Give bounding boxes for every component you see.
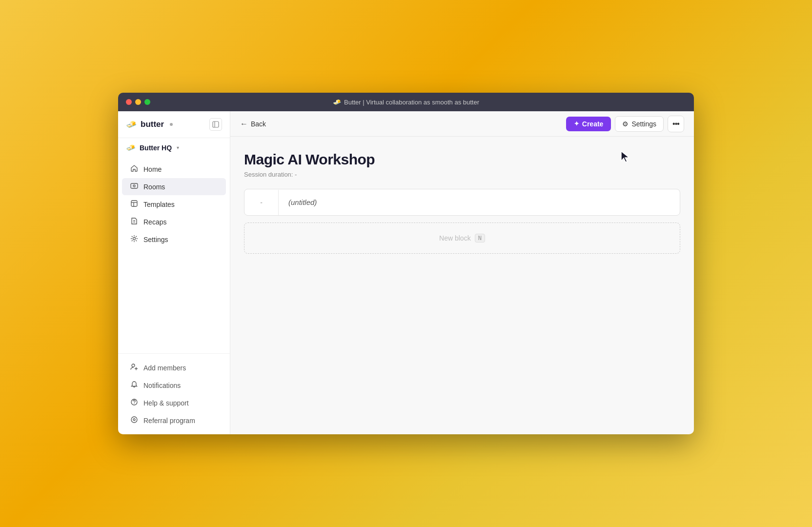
app-body: 🧈 butter 🧈 Butter HQ ▾ [118, 111, 694, 434]
svg-point-10 [132, 364, 135, 367]
agenda-item-title[interactable]: (untitled) [279, 189, 326, 215]
svg-point-16 [133, 419, 135, 421]
title-bar: 🧈 Butter | Virtual collaboration as smoo… [118, 93, 694, 111]
sidebar-item-templates[interactable]: Templates [122, 196, 226, 213]
more-dots-icon: ••• [672, 120, 679, 128]
svg-point-9 [133, 238, 136, 240]
session-title: Magic AI Workshop [244, 151, 680, 168]
close-button[interactable] [126, 99, 132, 105]
workspace-selector[interactable]: 🧈 Butter HQ ▾ [118, 138, 230, 157]
duration-label: Session duration: [244, 171, 293, 178]
create-icon: ✦ [574, 120, 579, 127]
svg-rect-2 [131, 183, 138, 188]
back-label: Back [251, 120, 266, 128]
duration-value: - [295, 171, 297, 178]
referral-label: Referral program [143, 417, 195, 425]
logo-text: butter [141, 120, 164, 129]
favicon-icon: 🧈 [333, 98, 341, 106]
more-options-button[interactable]: ••• [668, 116, 684, 132]
help-label: Help & support [143, 399, 189, 407]
sidebar-bottom: Add members Notifications [118, 353, 230, 434]
workspace-icon: 🧈 [126, 143, 136, 152]
content-area: Magic AI Workshop Session duration: - - … [230, 137, 694, 434]
main-content: ← Back ✦ Create ⚙ Settings ••• [230, 111, 694, 434]
collapse-button[interactable] [209, 118, 222, 131]
sidebar-item-referral[interactable]: Referral program [122, 412, 226, 429]
new-block-button[interactable]: New block N [244, 223, 680, 254]
new-block-label: New block [439, 234, 471, 242]
back-button[interactable]: ← Back [240, 120, 266, 128]
sidebar-item-notifications[interactable]: Notifications [122, 377, 226, 394]
rooms-icon [130, 182, 139, 191]
add-members-icon [130, 363, 139, 372]
maximize-button[interactable] [144, 99, 150, 105]
top-bar: ← Back ✦ Create ⚙ Settings ••• [230, 111, 694, 137]
sidebar-item-rooms[interactable]: Rooms [122, 178, 226, 195]
settings-nav-icon [130, 235, 139, 244]
sidebar-settings-label: Settings [143, 236, 168, 243]
referral-icon [130, 416, 139, 425]
templates-icon [130, 200, 139, 209]
sidebar-item-add-members[interactable]: Add members [122, 359, 226, 376]
window-title: 🧈 Butter | Virtual collaboration as smoo… [333, 98, 479, 106]
svg-point-3 [133, 185, 135, 187]
notifications-label: Notifications [143, 382, 181, 389]
sidebar-recaps-label: Recaps [143, 218, 166, 226]
notifications-icon [130, 381, 139, 390]
sidebar-item-recaps[interactable]: Recaps [122, 213, 226, 230]
sidebar-item-settings[interactable]: Settings [122, 231, 226, 248]
svg-point-14 [134, 403, 134, 404]
agenda-duration: - [244, 190, 279, 215]
agenda-block: - (untitled) [244, 189, 680, 216]
home-icon [130, 164, 139, 174]
minimize-button[interactable] [135, 99, 141, 105]
logo-icon: 🧈 [126, 119, 137, 130]
traffic-lights [126, 99, 150, 105]
chevron-down-icon: ▾ [177, 145, 179, 150]
settings-gear-icon: ⚙ [622, 120, 629, 128]
sidebar-rooms-label: Rooms [143, 183, 165, 191]
agenda-row[interactable]: - (untitled) [244, 189, 680, 215]
sidebar-header: 🧈 butter [118, 111, 230, 138]
workspace-name: Butter HQ [140, 144, 172, 152]
svg-point-15 [131, 417, 137, 423]
sidebar: 🧈 butter 🧈 Butter HQ ▾ [118, 111, 230, 434]
sidebar-home-label: Home [143, 165, 162, 173]
back-arrow-icon: ← [240, 120, 248, 128]
help-icon [130, 398, 139, 407]
logo-area: 🧈 butter [126, 119, 173, 130]
recaps-icon [130, 217, 139, 226]
settings-label: Settings [631, 120, 656, 128]
logo-status-dot [170, 123, 173, 126]
svg-rect-0 [213, 122, 219, 127]
add-members-label: Add members [143, 364, 186, 372]
settings-button[interactable]: ⚙ Settings [615, 116, 664, 132]
create-label: Create [582, 120, 604, 128]
nav-items: Home Rooms [118, 157, 230, 353]
sidebar-item-home[interactable]: Home [122, 161, 226, 178]
sidebar-item-help[interactable]: Help & support [122, 394, 226, 411]
svg-rect-4 [131, 201, 137, 206]
create-button[interactable]: ✦ Create [566, 117, 611, 131]
top-actions: ✦ Create ⚙ Settings ••• [566, 116, 684, 132]
sidebar-templates-label: Templates [143, 201, 175, 208]
session-duration: Session duration: - [244, 171, 680, 178]
new-block-shortcut: N [475, 234, 485, 243]
